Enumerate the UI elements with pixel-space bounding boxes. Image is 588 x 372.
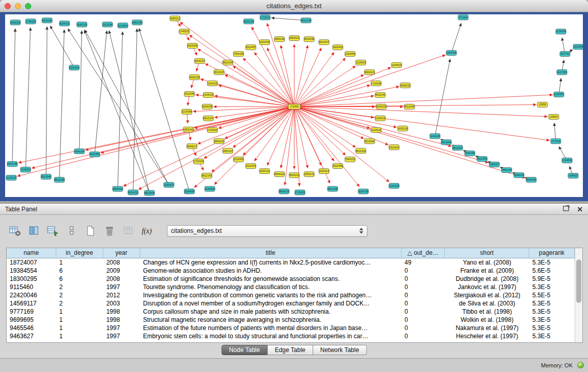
graph-node[interactable]: 9312453 [90,152,100,157]
table-vertical-scrollbar[interactable] [575,248,582,342]
graph-node[interactable]: 118542 [549,114,559,119]
show-columns-icon[interactable] [27,225,40,237]
graph-node[interactable]: 2065018 [10,20,20,25]
graph-node[interactable]: 9204159 [202,104,212,110]
float-panel-icon[interactable] [563,205,570,213]
new-document-icon[interactable] [84,225,97,237]
graph-node[interactable]: 9604210 [214,139,224,144]
graph-node[interactable]: 2204065 [345,51,355,56]
graph-node[interactable]: 1715029 [193,159,204,164]
graph-node[interactable]: 2214068 [182,109,192,114]
graph-node[interactable]: 2104213 [375,116,385,121]
graph-node[interactable]: 8204151 [59,21,70,26]
citation-edge-black[interactable] [554,123,556,141]
graph-node[interactable]: 1912044 [102,22,113,27]
citation-edge-black[interactable] [26,28,31,170]
column-header-0[interactable]: name [7,248,56,258]
table-row[interactable]: 1830029562008Estimation of significance … [7,275,575,283]
function-builder-icon[interactable]: f(x) [141,225,154,237]
graph-node[interactable]: 1020418 [259,40,270,45]
graph-node[interactable]: 8512148 [328,186,338,191]
network-graph[interactable]: 1724091853012920415886120471920433220406… [5,14,583,197]
column-header-6[interactable]: pagerank [529,248,575,258]
graph-node[interactable]: 9604217 [187,144,197,149]
graph-node[interactable]: 1104526 [205,186,215,191]
graph-node[interactable]: 1020415 [69,65,79,70]
graph-node[interactable]: 2065012 [170,16,180,21]
graph-node[interactable]: 9604216 [279,189,289,194]
citation-edge-black[interactable] [451,23,461,53]
column-header-4[interactable]: △ out_de… [402,248,445,258]
graph-node[interactable]: 1715028 [371,81,381,86]
graph-node[interactable]: 1715021 [260,15,270,20]
graph-node[interactable]: 1630121 [259,168,270,173]
graph-node[interactable]: 9315046 [187,43,198,49]
graph-node[interactable]: 1912041 [389,145,399,150]
graph-node[interactable]: 1630125 [189,75,200,80]
graph-node[interactable]: 1853143 [183,127,193,132]
graph-node[interactable]: 1104123 [6,175,16,180]
citation-edge-black[interactable] [46,27,47,177]
graph-node[interactable]: 8204157 [194,58,205,63]
graph-node[interactable]: 927744 [560,51,570,56]
graph-node[interactable]: 1853149 [274,37,285,42]
graph-node-center[interactable]: 172409 [288,104,300,110]
graph-node[interactable]: 9312450 [333,164,343,169]
graph-node[interactable]: 1912049 [184,92,194,97]
table-row[interactable]: 1872400712008Changes of HCN gene express… [7,258,575,267]
citation-edge-black[interactable] [79,31,82,151]
table-row[interactable]: 946554611997Estimation of the future num… [7,324,575,332]
graph-node[interactable]: 8512147 [203,116,213,121]
citation-edge-black[interactable] [50,26,74,68]
graph-node[interactable]: 8512143 [202,173,212,178]
graph-node[interactable]: 15958 [537,102,548,107]
graph-node[interactable]: 1104125 [371,127,381,133]
citation-edge-black[interactable] [85,30,169,185]
table-row[interactable]: 1938455462009Genome-wide association stu… [7,267,575,275]
citation-edge-black[interactable] [84,30,149,193]
table-row[interactable]: 977716911998Corpus callosum shape and si… [7,308,575,316]
row-view-icon[interactable] [65,225,78,237]
graph-node[interactable]: 7904151 [345,157,355,162]
graph-node[interactable]: 8512140 [375,93,385,98]
graph-node[interactable]: 1853144 [502,167,512,172]
graph-node[interactable]: 8604025 [526,177,536,182]
graph-node[interactable]: 9304152 [400,83,410,88]
graph-node[interactable]: 9204152 [376,104,386,110]
citation-edge-red[interactable] [198,49,294,107]
graph-node[interactable]: 1020417 [489,162,499,167]
graph-node[interactable]: 8612043 [144,190,155,195]
graph-node[interactable]: 1853147 [223,148,233,154]
citation-edge-black[interactable] [435,59,450,136]
delete-trash-icon[interactable] [103,225,116,237]
graph-node[interactable]: 2214065 [233,157,244,162]
graph-node[interactable]: 2104216 [389,183,399,188]
graph-node[interactable]: 9204158 [304,37,314,42]
graph-node[interactable]: 1104529 [356,60,366,65]
graph-node[interactable]: 1740529 [26,19,36,24]
graph-node[interactable]: 9315042 [42,18,52,23]
graph-node[interactable]: 9312455 [477,157,487,162]
graph-node[interactable]: 8812037 [452,145,463,150]
graph-node[interactable]: 1912043 [246,164,256,169]
graph-node[interactable]: 9513040 [364,139,375,144]
column-header-2[interactable]: year [103,248,140,258]
graph-node[interactable]: 2104211 [20,167,31,172]
graph-node[interactable]: 1104129 [207,81,217,86]
table-row[interactable]: 2242004622012Investigating the contribut… [7,291,575,299]
citation-edge-red[interactable] [294,106,488,163]
graph-node[interactable]: 1853015 [113,186,123,191]
graph-node[interactable]: 1115408 [573,45,583,50]
graph-node[interactable]: 9204153 [128,190,138,195]
graph-node[interactable]: 8512145 [301,18,311,23]
window-titlebar[interactable]: citations_edges.txt [0,0,588,12]
graph-node[interactable]: 2204068 [184,189,194,194]
graph-node[interactable]: 9604219 [244,19,254,24]
graph-node[interactable]: 1427091 [557,70,567,75]
table-row[interactable]: 969969511998Structural magnetic resonanc… [7,316,575,324]
graph-node[interactable]: 1740523 [179,29,189,34]
graph-node[interactable]: 1920433 [333,45,343,50]
table-row[interactable]: 911546021997Tourette syndrome. Phenomeno… [7,283,575,291]
tab-node-table[interactable]: Node Table [221,345,268,355]
graph-node[interactable]: 7904154 [74,149,84,154]
